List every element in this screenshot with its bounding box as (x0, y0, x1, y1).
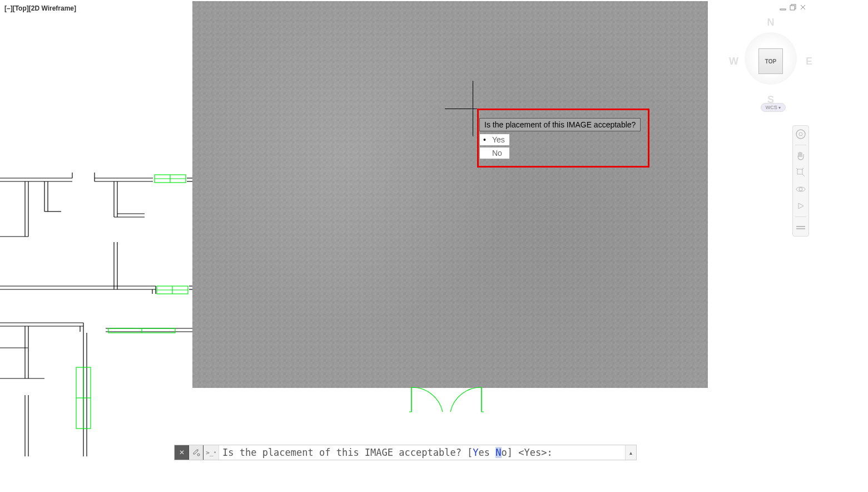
window-controls (779, 3, 807, 11)
svg-point-5 (796, 130, 805, 139)
nav-menu-icon[interactable] (795, 222, 807, 234)
cmd-suffix: ] <Yes>: (507, 447, 553, 458)
cmd-prefix: Is the placement of this IMAGE acceptabl… (222, 447, 473, 458)
svg-rect-0 (780, 9, 786, 10)
svg-rect-7 (797, 169, 802, 174)
svg-marker-13 (798, 203, 803, 209)
view-cube-top[interactable]: TOP (758, 48, 783, 74)
svg-rect-14 (796, 226, 805, 227)
prompt-option-yes[interactable]: Yes (479, 134, 510, 146)
customize-icon[interactable] (189, 445, 204, 460)
command-line-toolbar: ✕ (175, 445, 204, 460)
view-mode-label[interactable]: [–][Top][2D Wireframe] (4, 4, 76, 12)
command-line[interactable]: ✕ >_ Is the placement of this IMAGE acce… (174, 445, 637, 460)
navigation-bar (792, 125, 809, 237)
svg-rect-2 (790, 6, 795, 10)
svg-line-8 (802, 174, 805, 176)
cmd-no-rest: o (502, 447, 507, 458)
cmd-no-key[interactable]: N (495, 447, 501, 458)
nav-separator (795, 145, 806, 145)
svg-point-6 (799, 132, 802, 136)
steering-wheel-icon[interactable] (795, 128, 807, 140)
command-text[interactable]: Is the placement of this IMAGE acceptabl… (219, 446, 625, 459)
close-icon[interactable] (799, 3, 807, 11)
view-cube-north[interactable]: N (767, 17, 775, 28)
show-motion-icon[interactable] (795, 200, 807, 212)
svg-rect-15 (796, 228, 805, 229)
nav-separator (795, 217, 806, 217)
command-prompt-icon[interactable]: >_ (204, 445, 219, 460)
zoom-extents-icon[interactable] (795, 166, 807, 179)
view-cube[interactable]: N S W E TOP (729, 17, 812, 106)
minimize-icon[interactable] (779, 3, 787, 11)
cmd-yes-rest: es (479, 447, 496, 458)
svg-point-71 (197, 454, 200, 456)
cmd-yes-key[interactable]: Y (473, 447, 478, 458)
prompt-option-no[interactable]: No (479, 147, 510, 159)
view-cube-west[interactable]: W (729, 56, 738, 67)
command-history-expand-icon[interactable]: ▴ (625, 445, 636, 460)
dynamic-input-prompt: Is the placement of this IMAGE acceptabl… (479, 118, 641, 160)
floor-plan-drawing[interactable] (0, 156, 512, 456)
close-commandline-icon[interactable]: ✕ (175, 445, 189, 460)
restore-icon[interactable] (789, 3, 797, 11)
prompt-title: Is the placement of this IMAGE acceptabl… (479, 118, 641, 131)
svg-point-12 (799, 188, 802, 191)
view-cube-east[interactable]: E (806, 56, 812, 67)
orbit-icon[interactable] (795, 183, 807, 195)
pan-icon[interactable] (795, 150, 807, 162)
wcs-badge[interactable]: WCS (761, 103, 786, 112)
